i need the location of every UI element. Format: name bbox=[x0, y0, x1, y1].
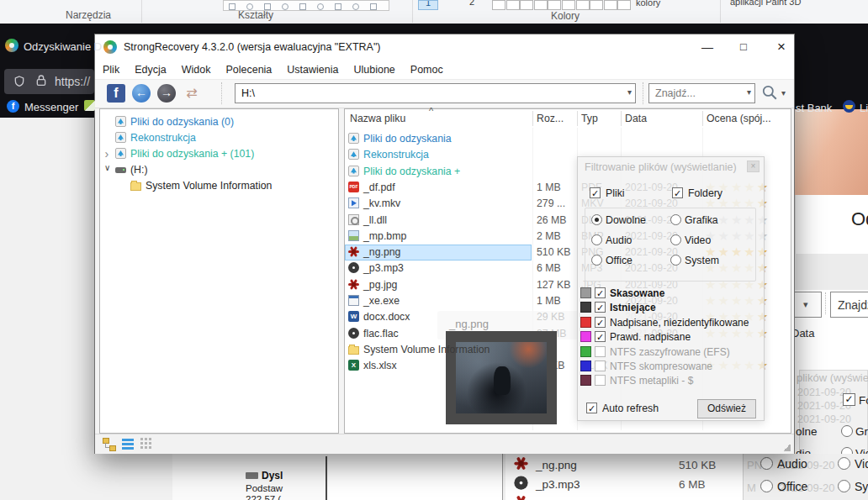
behind-search-text: Znajdź... bbox=[838, 298, 868, 312]
bookmark-live-icon[interactable] bbox=[843, 100, 855, 113]
palette-swatch[interactable] bbox=[492, 0, 505, 10]
title-bar[interactable]: StrongRecovery 4.3.2.0 (wersja ewaluacyj… bbox=[95, 34, 794, 60]
refresh-button[interactable]: Odśwież bbox=[697, 399, 756, 418]
tree-item[interactable]: ›Pliki do odzyskania + (101) bbox=[100, 146, 336, 162]
radio-video[interactable] bbox=[670, 234, 681, 245]
behind-radio[interactable] bbox=[841, 425, 853, 437]
behind-combo[interactable]: ▾ bbox=[793, 292, 822, 318]
behind-radio[interactable] bbox=[838, 457, 850, 470]
menu-widok[interactable]: Widok bbox=[174, 64, 219, 76]
tree-item[interactable]: Pliki do odzyskania (0) bbox=[100, 114, 336, 130]
search-button[interactable] bbox=[761, 84, 780, 103]
state-checkbox[interactable]: ✓ bbox=[595, 287, 606, 298]
chevron-down-icon[interactable]: ▾ bbox=[747, 87, 751, 97]
auto-refresh-checkbox[interactable]: ✓ bbox=[586, 403, 597, 413]
folders-checkbox[interactable]: ✓ bbox=[672, 187, 683, 198]
filter-close-button[interactable]: × bbox=[747, 161, 760, 172]
bookmark-messenger[interactable]: Messenger bbox=[24, 101, 78, 113]
behind-date-text: 2021-09-20 bbox=[797, 413, 851, 425]
back-button[interactable]: ← bbox=[132, 84, 151, 103]
browser-url-bar[interactable]: https:// bbox=[4, 69, 94, 94]
palette-swatch[interactable] bbox=[506, 0, 520, 10]
sort-indicator[interactable]: ^ bbox=[429, 106, 433, 116]
menu-edycja[interactable]: Edycja bbox=[127, 64, 174, 76]
menu-plik[interactable]: Plik bbox=[95, 64, 127, 76]
palette-swatch[interactable] bbox=[576, 0, 590, 10]
behind-table-row[interactable]: _p3.mp36 MB bbox=[505, 476, 743, 494]
state-checkbox[interactable]: ✓ bbox=[595, 331, 606, 342]
behind-table-row[interactable]: _pg.jpg127 KB bbox=[505, 495, 743, 500]
palette-swatch[interactable] bbox=[604, 0, 617, 10]
menu-ustawienia[interactable]: Ustawienia bbox=[279, 64, 346, 76]
recover-arrows-icon[interactable]: ⇄ bbox=[183, 84, 201, 103]
minimize-button[interactable]: — bbox=[690, 34, 725, 60]
chevron-down-icon[interactable]: ▾ bbox=[627, 87, 632, 97]
radio-office[interactable] bbox=[591, 255, 602, 266]
behind-data-column[interactable]: Data bbox=[791, 327, 814, 339]
shape-glyph bbox=[370, 3, 377, 10]
chevron-down-icon: ▾ bbox=[803, 299, 808, 310]
lock-icon[interactable] bbox=[34, 74, 48, 91]
radio-audio[interactable] bbox=[591, 234, 602, 245]
folders-label: Foldery bbox=[688, 187, 722, 199]
paint-color1-swatch[interactable]: 1 bbox=[418, 0, 438, 10]
tree-view-icon[interactable] bbox=[103, 438, 115, 450]
address-combobox[interactable]: H:\ ▾ bbox=[235, 83, 636, 103]
bookmark-bank[interactable]: st Bank bbox=[796, 102, 832, 114]
broken-icon bbox=[348, 246, 359, 257]
palette-swatch[interactable] bbox=[562, 0, 575, 10]
bookmark-pencil-icon[interactable] bbox=[84, 100, 95, 111]
state-checkbox[interactable]: ✓ bbox=[595, 302, 606, 313]
forward-button[interactable]: → bbox=[157, 84, 176, 103]
facebook-button[interactable]: f bbox=[107, 84, 125, 103]
radio-label-grafika: Grafika bbox=[685, 214, 718, 226]
expander-collapsed-icon[interactable]: › bbox=[105, 147, 109, 161]
behind-radio[interactable] bbox=[838, 480, 850, 492]
bookmark-live[interactable]: Liv bbox=[860, 102, 868, 114]
menu-ulubione[interactable]: Ulubione bbox=[346, 64, 402, 76]
search-combobox[interactable]: Znajdź... ▾ bbox=[648, 83, 755, 103]
list-view-icon[interactable] bbox=[122, 438, 135, 450]
behind-table-row[interactable]: _ng.png510 KB bbox=[505, 456, 743, 475]
table-row[interactable]: Pliki do odzyskania bbox=[345, 131, 789, 147]
tree-item[interactable]: Rekonstrukcja bbox=[100, 130, 336, 146]
palette-swatch[interactable] bbox=[548, 0, 561, 10]
menu-polecenia[interactable]: Polecenia bbox=[218, 64, 279, 76]
state-checkbox[interactable] bbox=[595, 346, 606, 357]
grid-view-icon[interactable] bbox=[140, 438, 153, 450]
radio-dowolne[interactable] bbox=[591, 214, 602, 225]
behind-search-input[interactable]: Znajdź... bbox=[830, 292, 868, 318]
state-checkbox[interactable]: ✓ bbox=[595, 317, 606, 328]
menu-pomoc[interactable]: Pomoc bbox=[403, 64, 451, 76]
folder-tab bbox=[349, 345, 355, 347]
behind-radio[interactable] bbox=[760, 480, 773, 492]
paint-color2-swatch[interactable]: 2 bbox=[468, 0, 479, 9]
radio-system[interactable] bbox=[670, 255, 681, 266]
palette-swatch[interactable] bbox=[534, 0, 548, 10]
disk-name[interactable]: Dysl bbox=[262, 470, 283, 482]
expander-expanded-icon[interactable]: ∨ bbox=[104, 163, 110, 172]
state-checkbox[interactable] bbox=[595, 375, 606, 386]
resize-grip[interactable] bbox=[783, 444, 791, 451]
behind-folders-checkbox[interactable]: ✓ bbox=[843, 393, 855, 406]
state-swatch bbox=[580, 331, 591, 342]
paint3d-button[interactable]: aplikacji Paint 3D bbox=[730, 0, 856, 8]
files-checkbox[interactable]: ✓ bbox=[590, 187, 601, 198]
shape-glyph bbox=[352, 3, 359, 10]
tree-item[interactable]: ∨(H:) bbox=[100, 162, 336, 178]
palette-swatch[interactable] bbox=[590, 0, 603, 10]
browser-tab-title[interactable]: Odzyskiwanie D bbox=[24, 40, 102, 53]
search-options-chevron[interactable]: ▾ bbox=[781, 88, 786, 97]
palette-swatch[interactable] bbox=[617, 0, 631, 10]
radio-grafika[interactable] bbox=[670, 214, 681, 225]
tree-item[interactable]: System Volume Information bbox=[100, 178, 336, 194]
maximize-button[interactable]: □ bbox=[726, 34, 761, 60]
state-checkbox[interactable] bbox=[595, 361, 606, 371]
url-text[interactable]: https:// bbox=[55, 75, 90, 88]
close-button[interactable]: × bbox=[764, 34, 799, 60]
behind-file-name: _p3.mp3 bbox=[536, 478, 580, 491]
behind-radio[interactable] bbox=[760, 457, 773, 470]
recycle-icon bbox=[348, 166, 359, 176]
palette-swatch[interactable] bbox=[520, 0, 533, 10]
shield-icon[interactable] bbox=[13, 75, 26, 92]
